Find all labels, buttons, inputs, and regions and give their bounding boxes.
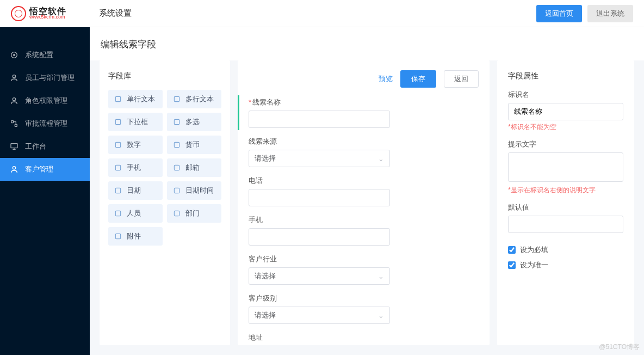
svg-rect-18: [115, 211, 120, 216]
library-item[interactable]: 数字: [108, 136, 163, 154]
logout-button[interactable]: 退出系统: [587, 5, 633, 22]
form-field[interactable]: 客户行业请选择⌄: [249, 254, 479, 285]
field-type-icon: [114, 118, 122, 126]
form-field[interactable]: 地址: [249, 333, 479, 345]
select-placeholder: 请选择: [255, 271, 276, 281]
desktop-icon: [10, 142, 18, 151]
unique-checkbox-row[interactable]: 设为唯一: [508, 260, 623, 270]
library-item[interactable]: 货币: [167, 136, 221, 154]
library-item[interactable]: 单行文本: [108, 90, 163, 108]
tip-label: 提示文字: [508, 139, 623, 149]
field-type-icon: [114, 95, 122, 103]
field-type-icon: [172, 140, 181, 149]
field-library-panel: 字段库 单行文本多行文本下拉框多选数字货币手机邮箱日期日期时间人员部门附件: [100, 60, 230, 345]
sidebar-item-label: 系统配置: [25, 50, 53, 60]
preview-link[interactable]: 预览: [379, 74, 393, 84]
field-input[interactable]: [249, 111, 390, 128]
target-icon: [10, 51, 18, 59]
field-type-icon: [172, 209, 181, 218]
field-label: 线索来源: [249, 137, 479, 146]
required-checkbox-label: 设为必填: [520, 245, 548, 255]
library-item[interactable]: 附件: [108, 227, 163, 246]
library-item-label: 手机: [127, 163, 141, 173]
svg-rect-6: [11, 144, 17, 148]
library-item-label: 日期时间: [185, 186, 214, 195]
library-item-label: 部门: [185, 209, 200, 218]
tip-hint: *显示在标识名右侧的说明文字: [508, 186, 623, 195]
library-item-label: 人员: [127, 209, 141, 218]
brand-logo: 悟空软件 www.5kcrm.com: [11, 6, 66, 21]
home-button[interactable]: 返回首页: [536, 5, 582, 22]
field-type-icon: [114, 140, 122, 149]
unique-checkbox[interactable]: [508, 261, 516, 269]
field-properties-panel: 字段属性 标识名 *标识名不能为空 提示文字 *显示在标识名右侧的说明文字 默认…: [497, 60, 634, 345]
unique-checkbox-label: 设为唯一: [520, 260, 548, 270]
user-icon: [10, 74, 18, 82]
library-item[interactable]: 日期: [108, 181, 163, 200]
identifier-label: 标识名: [508, 90, 623, 100]
svg-rect-9: [174, 96, 179, 101]
page-title: 编辑线索字段: [90, 27, 644, 60]
tip-textarea[interactable]: [508, 152, 623, 182]
library-item[interactable]: 手机: [108, 158, 163, 177]
svg-point-7: [13, 167, 15, 169]
required-checkbox-row[interactable]: 设为必填: [508, 245, 623, 255]
sidebar-item-0[interactable]: 系统配置: [0, 44, 90, 66]
required-checkbox[interactable]: [508, 246, 516, 254]
library-item[interactable]: 邮箱: [167, 158, 221, 177]
sidebar-item-2[interactable]: 角色权限管理: [0, 89, 90, 112]
monkey-icon: [11, 6, 26, 21]
field-select[interactable]: 请选择⌄: [249, 267, 390, 285]
library-item[interactable]: 多行文本: [167, 90, 221, 108]
sidebar-item-1[interactable]: 员工与部门管理: [0, 66, 90, 89]
sidebar-item-3[interactable]: 审批流程管理: [0, 112, 90, 135]
sidebar-item-label: 工作台: [25, 142, 46, 151]
form-field[interactable]: 线索来源请选择⌄: [249, 137, 479, 167]
sidebar-item-4[interactable]: 工作台: [0, 135, 90, 158]
library-item[interactable]: 下拉框: [108, 113, 163, 131]
field-type-icon: [114, 163, 122, 172]
user-icon: [10, 165, 18, 174]
identifier-hint: *标识名不能为空: [508, 123, 623, 132]
svg-rect-14: [115, 165, 120, 170]
field-select[interactable]: 请选择⌄: [249, 150, 390, 167]
svg-point-3: [13, 98, 15, 101]
library-item[interactable]: 多选: [167, 113, 221, 131]
form-field[interactable]: 客户级别请选择⌄: [249, 293, 479, 324]
library-item[interactable]: 日期时间: [167, 181, 221, 200]
sidebar-item-5[interactable]: 客户管理: [0, 158, 90, 181]
svg-rect-10: [115, 119, 120, 124]
library-item-label: 单行文本: [127, 94, 155, 104]
library-item-label: 日期: [127, 186, 141, 195]
top-bar: 悟空软件 www.5kcrm.com 系统设置 返回首页 退出系统: [0, 0, 644, 27]
svg-rect-11: [174, 119, 179, 124]
properties-title: 字段属性: [508, 71, 623, 81]
svg-rect-5: [15, 124, 17, 126]
field-type-icon: [172, 95, 181, 103]
field-input[interactable]: [249, 228, 390, 246]
svg-rect-12: [115, 142, 120, 147]
field-input[interactable]: [249, 189, 390, 206]
user-icon: [10, 96, 18, 105]
sidebar: 系统配置员工与部门管理角色权限管理审批流程管理工作台客户管理: [0, 27, 90, 355]
chevron-down-icon: ⌄: [378, 311, 384, 320]
library-item[interactable]: 人员: [108, 204, 163, 223]
library-item-label: 附件: [127, 231, 141, 241]
svg-rect-20: [115, 234, 120, 238]
save-button[interactable]: 保存: [400, 70, 436, 88]
form-field[interactable]: 电话: [249, 176, 479, 206]
svg-rect-15: [174, 165, 179, 170]
chevron-down-icon: ⌄: [378, 155, 384, 163]
back-button[interactable]: 返回: [444, 70, 479, 88]
library-item[interactable]: 部门: [167, 204, 221, 223]
sidebar-item-label: 客户管理: [25, 164, 53, 174]
field-label: 电话: [249, 176, 479, 186]
field-select[interactable]: 请选择⌄: [249, 307, 390, 324]
sidebar-item-label: 员工与部门管理: [25, 73, 75, 83]
identifier-input[interactable]: [508, 103, 623, 120]
form-field[interactable]: 手机: [249, 215, 479, 246]
svg-rect-19: [174, 211, 179, 216]
form-field[interactable]: *线索名称: [249, 97, 479, 128]
default-input[interactable]: [508, 216, 623, 233]
form-editor-panel: 预览 保存 返回 *线索名称线索来源请选择⌄电话手机客户行业请选择⌄客户级别请选…: [238, 60, 490, 345]
